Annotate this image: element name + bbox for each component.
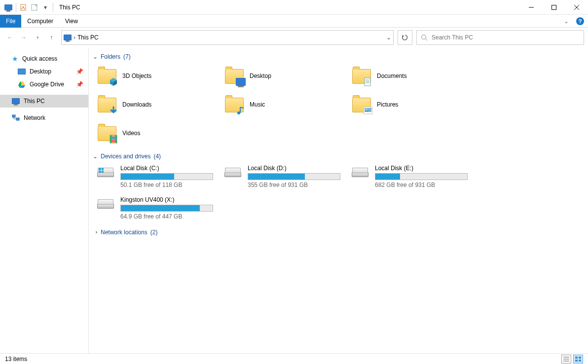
drive-item[interactable]: Local Disk (C:)50.1 GB free of 118 GB [96,165,219,188]
search-input[interactable] [432,34,580,41]
sidebar-item-quick-access[interactable]: ★ Quick access [0,52,88,65]
drive-info: Local Disk (D:)355 GB free of 931 GB [248,165,346,188]
details-view-button[interactable] [561,355,571,364]
group-title: Network locations [101,229,147,236]
svg-rect-19 [110,135,111,143]
drive-usage-bar [248,173,340,180]
drive-icon [96,165,115,184]
drive-label: Local Disk (C:) [120,165,219,172]
sidebar-item-google-drive[interactable]: Google Drive 📌 [0,78,88,91]
drive-icon [350,165,370,184]
sidebar-item-label: Desktop [30,68,51,75]
folder-item[interactable]: Documents [352,65,476,87]
qat-customize-icon[interactable]: ▾ [41,3,50,12]
sidebar-item-this-pc[interactable]: This PC [0,95,88,108]
ribbon: File Computer View ⌄ ? [0,15,588,28]
pin-icon: 📌 [76,68,83,75]
drive-item[interactable]: Local Disk (D:)355 GB free of 931 GB [223,165,346,188]
quick-access-toolbar: ▾ [2,3,56,12]
tab-computer[interactable]: Computer [21,15,59,28]
breadcrumb-location: This PC [77,34,99,41]
folder-item[interactable]: Music [225,94,348,115]
folder-icon [352,66,372,86]
up-button[interactable]: ↑ [45,32,57,43]
group-header-drives[interactable]: ⌄ Devices and drives (4) [93,150,584,163]
svg-rect-21 [111,137,115,139]
tab-view[interactable]: View [59,15,84,28]
folder-item[interactable]: Pictures [352,94,476,115]
address-bar[interactable]: › This PC ⌄ [61,30,394,45]
recent-dropdown-icon[interactable]: ▾ [32,32,43,43]
group-count: (7) [123,53,131,60]
sidebar-item-desktop[interactable]: Desktop 📌 [0,65,88,78]
group-header-network-locations[interactable]: ⌄ Network locations (2) [93,226,584,239]
drive-icon [96,196,115,216]
search-box[interactable] [416,30,584,45]
folder-label: Documents [377,73,407,79]
address-dropdown-icon[interactable]: ⌄ [386,34,391,41]
folder-icon [98,123,117,143]
drive-free-text: 50.1 GB free of 118 GB [120,182,219,188]
chevron-down-icon: ⌄ [93,53,98,60]
group-header-folders[interactable]: ⌄ Folders (7) [93,50,584,63]
sidebar-item-network[interactable]: Network [0,111,88,124]
svg-rect-22 [111,140,115,142]
folder-icon [352,95,372,114]
drive-item[interactable]: Local Disk (E:)682 GB free of 931 GB [350,165,474,188]
group-title: Folders [101,53,120,60]
forward-button[interactable]: → [18,32,30,43]
svg-rect-28 [575,360,578,362]
folder-label: Downloads [122,101,151,108]
this-pc-icon [12,98,20,104]
folder-icon [225,95,245,114]
maximize-button[interactable] [543,0,565,15]
tab-file[interactable]: File [0,15,21,28]
status-bar: 13 items [0,353,588,364]
drive-free-text: 682 GB free of 931 GB [375,182,474,188]
drive-info: Local Disk (C:)50.1 GB free of 118 GB [120,165,219,188]
folder-item[interactable]: 3D Objects [98,65,221,87]
window-controls [520,0,588,15]
svg-point-6 [422,35,426,39]
google-drive-icon [18,80,26,88]
svg-rect-10 [365,78,370,86]
sidebar-item-label: Google Drive [30,81,64,88]
folder-item[interactable]: Videos [98,122,221,144]
folder-icon [98,95,117,114]
new-folder-icon[interactable] [30,3,39,12]
group-count: (4) [153,153,161,160]
drive-info: Local Disk (E:)682 GB free of 931 GB [375,165,474,188]
group-count: (2) [150,229,158,236]
sidebar-item-label: Quick access [22,55,57,62]
search-icon [421,34,428,41]
close-button[interactable] [565,0,588,15]
navigation-bar: ← → ▾ ↑ › This PC ⌄ [0,28,588,47]
drive-item[interactable]: Kingston UV400 (X:)64.9 GB free of 447 G… [96,196,219,220]
back-button[interactable]: ← [4,32,16,43]
svg-rect-27 [579,357,581,359]
svg-rect-0 [21,4,26,10]
svg-rect-8 [12,115,15,117]
refresh-button[interactable] [398,30,412,45]
sidebar-item-label: This PC [24,98,45,105]
this-pc-icon[interactable] [4,3,13,12]
folder-icon [98,66,117,86]
ribbon-expand-icon[interactable]: ⌄ [560,15,572,27]
chevron-down-icon: ⌄ [93,153,98,160]
separator [16,3,16,12]
breadcrumb[interactable]: › This PC [64,34,99,41]
svg-rect-20 [115,135,117,143]
chevron-right-icon: ⌄ [92,230,99,235]
large-icons-view-button[interactable] [573,355,583,364]
properties-icon[interactable] [19,3,28,12]
navigation-pane: ★ Quick access Desktop 📌 Google Drive 📌 … [0,47,89,353]
drive-label: Kingston UV400 (X:) [120,196,219,203]
folder-item[interactable]: Desktop [225,65,348,87]
folder-label: Music [250,101,265,108]
chevron-right-icon: › [74,34,75,41]
folder-item[interactable]: Downloads [98,94,221,115]
svg-line-7 [426,39,428,41]
minimize-button[interactable] [520,0,543,15]
help-button[interactable]: ? [574,15,586,27]
folder-label: Desktop [250,73,271,79]
